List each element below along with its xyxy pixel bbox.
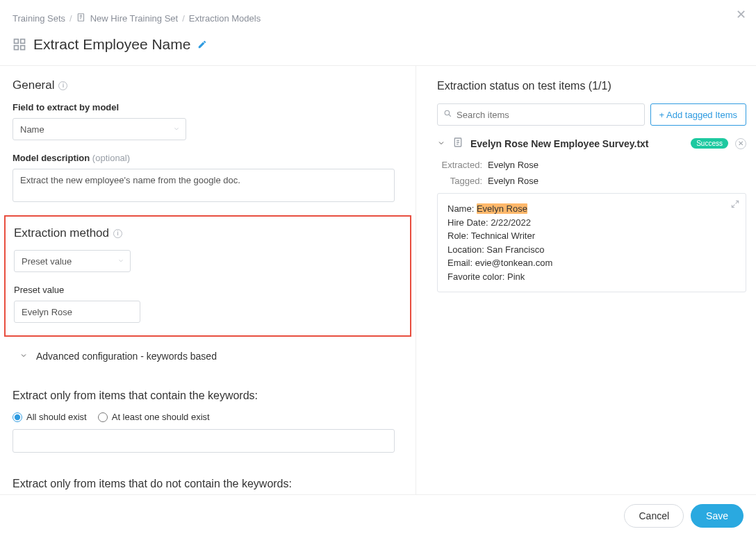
section-general: General i Field to extract by model Name…	[0, 66, 416, 206]
extraction-method-select[interactable]: Preset value	[14, 250, 131, 272]
model-desc-optional: (optional)	[92, 153, 130, 163]
chevron-down-icon	[173, 124, 180, 135]
search-row: + Add tagged Items	[437, 103, 746, 126]
general-heading: General i	[13, 78, 403, 92]
radio-one-exist[interactable]: At least one should exist	[98, 412, 210, 422]
page-title: Extract Employee Name	[33, 36, 190, 53]
expand-icon[interactable]	[730, 199, 740, 209]
svg-rect-4	[21, 46, 25, 50]
search-icon	[443, 109, 452, 120]
doc-line-location: Location: San Francisco	[447, 243, 736, 257]
cancel-button[interactable]: Cancel	[624, 504, 684, 528]
extraction-method-heading: Extraction method i	[14, 226, 402, 240]
doc-line-hire: Hire Date: 2/22/2022	[447, 216, 736, 230]
right-column: Extraction status on test items (1/1) + …	[416, 66, 756, 494]
page-title-row: Extract Employee Name	[0, 31, 756, 65]
radio-one-exist-input[interactable]	[98, 412, 108, 422]
extracted-row: Extracted: Evelyn Rose	[437, 160, 746, 170]
remove-item-icon[interactable]: ✕	[735, 138, 746, 149]
doc-line-color: Favorite color: Pink	[447, 270, 736, 284]
model-desc-label: Model description (optional)	[13, 153, 403, 163]
tagged-value: Evelyn Rose	[488, 176, 539, 186]
svg-rect-3	[15, 46, 19, 50]
extracted-value: Evelyn Rose	[488, 160, 539, 170]
extracted-label: Extracted:	[437, 160, 482, 170]
footer: Cancel Save	[0, 494, 756, 536]
not-contain-keywords-section: Extract only from items that do not cont…	[0, 454, 416, 494]
not-contain-keywords-heading: Extract only from items that do not cont…	[13, 478, 403, 490]
general-heading-text: General	[13, 78, 54, 92]
chevron-down-icon	[19, 351, 28, 362]
radio-one-exist-label: At least one should exist	[112, 412, 210, 422]
doc-line-name: Name: Evelyn Rose	[447, 202, 736, 216]
doc-name-label: Name:	[447, 203, 477, 214]
close-icon[interactable]: ✕	[736, 8, 746, 21]
model-desc-input[interactable]	[13, 169, 395, 202]
preset-value-input[interactable]	[14, 301, 140, 323]
save-button[interactable]: Save	[691, 504, 743, 528]
extraction-method-value: Preset value	[22, 256, 72, 267]
contain-keywords-section: Extract only from items that contain the…	[0, 366, 416, 454]
contain-keywords-heading: Extract only from items that contain the…	[13, 390, 403, 402]
radio-all-exist-label: All should exist	[26, 412, 87, 422]
advanced-config-label: Advanced configuration - keywords based	[36, 351, 217, 362]
tagged-row: Tagged: Evelyn Rose	[437, 176, 746, 186]
add-tagged-items-button[interactable]: + Add tagged Items	[650, 103, 746, 126]
search-box[interactable]	[437, 103, 645, 126]
left-column: General i Field to extract by model Name…	[0, 66, 416, 494]
module-icon	[13, 37, 26, 51]
doc-line-email: Email: evie@tonkean.com	[447, 256, 736, 270]
breadcrumb-sep: /	[182, 13, 185, 24]
chevron-down-icon	[117, 256, 124, 267]
field-to-extract-value: Name	[20, 124, 44, 135]
model-desc-label-text: Model description	[13, 153, 90, 163]
radio-all-exist[interactable]: All should exist	[13, 412, 87, 422]
svg-point-5	[445, 110, 450, 115]
info-icon[interactable]: i	[113, 229, 122, 238]
extraction-method-heading-text: Extraction method	[14, 226, 109, 240]
status-badge: Success	[691, 138, 728, 149]
doc-line-role: Role: Technical Writer	[447, 229, 736, 243]
contain-radios: All should exist At least one should exi…	[13, 412, 403, 422]
breadcrumb-root[interactable]: Training Sets	[13, 13, 65, 24]
search-input[interactable]	[457, 110, 639, 120]
advanced-config-toggle[interactable]: Advanced configuration - keywords based	[0, 337, 416, 366]
field-to-extract-select[interactable]: Name	[13, 118, 186, 140]
extraction-status-heading: Extraction status on test items (1/1)	[437, 80, 746, 92]
document-preview: Name: Evelyn Rose Hire Date: 2/22/2022 R…	[437, 193, 746, 292]
breadcrumb: Training Sets / New Hire Training Set / …	[0, 0, 756, 31]
main: General i Field to extract by model Name…	[0, 65, 756, 494]
tagged-label: Tagged:	[437, 176, 482, 186]
edit-icon[interactable]	[197, 40, 207, 49]
info-icon[interactable]: i	[58, 81, 67, 90]
file-icon	[452, 137, 463, 150]
svg-rect-2	[21, 40, 25, 44]
svg-rect-1	[15, 40, 19, 44]
field-to-extract-label: Field to extract by model	[13, 102, 403, 112]
document-icon	[76, 12, 86, 24]
doc-name-value: Evelyn Rose	[477, 203, 527, 214]
test-item-header: Evelyn Rose New Employee Survey.txt Succ…	[437, 137, 746, 150]
radio-all-exist-input[interactable]	[13, 412, 22, 422]
preset-value-label: Preset value	[14, 285, 402, 295]
breadcrumb-sep: /	[69, 13, 72, 24]
test-item-filename[interactable]: Evelyn Rose New Employee Survey.txt	[470, 138, 684, 149]
breadcrumb-leaf: Extraction Models	[189, 13, 261, 24]
breadcrumb-set[interactable]: New Hire Training Set	[90, 13, 178, 24]
chevron-down-icon[interactable]	[437, 138, 445, 149]
extraction-method-section: Extraction method i Preset value Preset …	[4, 215, 411, 337]
contain-keywords-input[interactable]	[13, 429, 395, 453]
